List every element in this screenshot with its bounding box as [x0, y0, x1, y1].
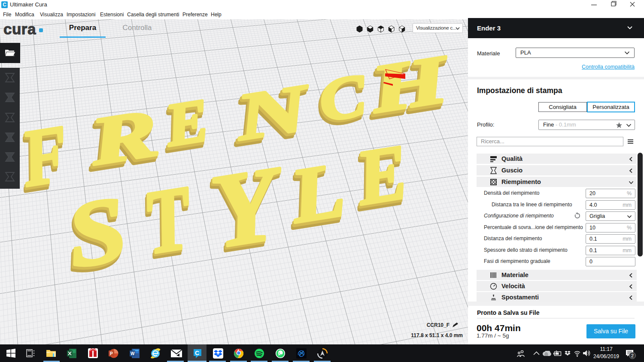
svg-text:N: N: [230, 70, 316, 154]
svg-text:C: C: [315, 62, 371, 134]
svg-text:P: P: [110, 351, 113, 356]
svg-text:T: T: [137, 166, 200, 273]
svg-text:C: C: [195, 350, 199, 356]
svg-text:R: R: [85, 95, 163, 179]
svg-text:H: H: [365, 41, 455, 127]
svg-text:W: W: [131, 351, 135, 356]
